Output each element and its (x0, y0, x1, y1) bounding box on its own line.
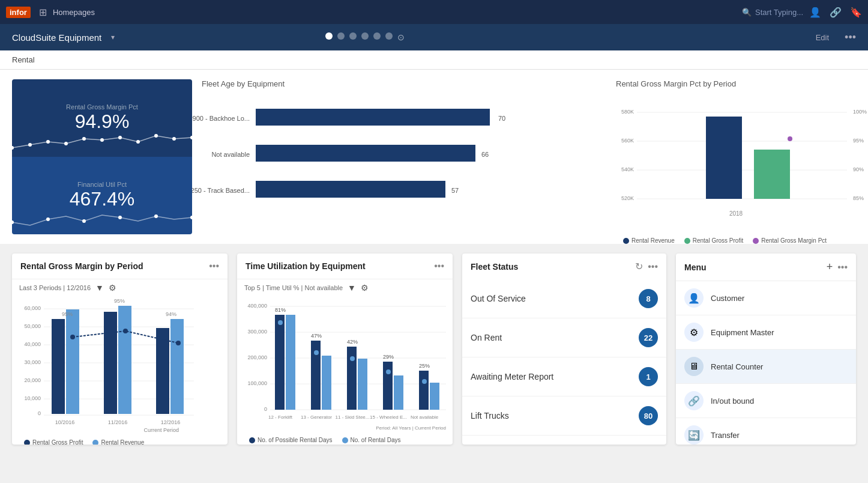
menu-item-transfer[interactable]: 🔄 Transfer (676, 418, 856, 445)
gm-subheader-text: Last 3 Periods | 12/2016 (19, 284, 91, 291)
svg-rect-90 (347, 347, 357, 410)
homepages-link[interactable]: Homepages (53, 8, 95, 17)
legend-rental-gross-profit: Rental Gross Profit (684, 237, 743, 244)
dot-4[interactable] (361, 32, 369, 40)
rental-label: Rental (12, 55, 35, 64)
app-title: CloudSuite Equipment (12, 32, 101, 43)
dot-3[interactable] (349, 32, 357, 40)
dot-2[interactable] (337, 32, 345, 40)
fleet-status-header: Fleet Status ↻ ••• (462, 254, 666, 279)
dot-1[interactable] (325, 32, 333, 40)
tu-subheader: Top 5 | Time Util % | Not available ▼ ⚙ (237, 279, 453, 296)
rental-gross-margin-title: Rental Gross Margin Pct by Period (616, 79, 856, 88)
svg-text:580K: 580K (621, 109, 634, 115)
kpi-gross-margin-label: Rental Gross Margin Pct (66, 103, 138, 111)
svg-text:57: 57 (451, 187, 459, 194)
menu-item-rental-counter-label: Rental Counter (711, 362, 763, 371)
equipment-master-icon: ⚙ (684, 323, 704, 342)
rental-gross-margin-chart: Rental Gross Margin Pct by Period 580K 5… (616, 79, 856, 234)
tu-subheader-text: Top 5 | Time Util % | Not available (244, 284, 343, 291)
svg-point-7 (136, 140, 140, 144)
svg-text:Not available: Not available (211, 151, 250, 158)
svg-text:29%: 29% (383, 354, 394, 360)
svg-rect-56 (52, 319, 65, 414)
menu-item-equipment-master[interactable]: ⚙ Equipment Master (676, 315, 856, 350)
svg-point-3 (64, 142, 68, 145)
menu-more-button[interactable]: ••• (837, 262, 848, 273)
search-icon[interactable]: 🔍 (742, 8, 752, 17)
tu-card-body: 400,000 300,000 200,000 100,000 0 81% (237, 296, 453, 445)
sub-nav-more-button[interactable]: ••• (845, 31, 856, 44)
svg-text:Period: All Years | Current Pe: Period: All Years | Current Period (376, 425, 446, 431)
fleet-item-lift-trucks-badge: 80 (639, 406, 658, 425)
svg-text:300,000: 300,000 (247, 329, 267, 335)
svg-text:66: 66 (481, 151, 489, 158)
gross-margin-sparkline (12, 127, 192, 157)
customer-icon: 👤 (684, 288, 704, 308)
time-util-svg: 400,000 300,000 200,000 100,000 0 81% (242, 299, 448, 431)
gm-card-body: 60,000 50,000 40,000 30,000 20,000 10,00… (12, 296, 228, 445)
menu-add-button[interactable]: + (827, 261, 833, 273)
gm-card-title: Rental Gross Margin by Period (20, 261, 209, 271)
fleet-status-card: Fleet Status ↻ ••• Out Of Service 8 On R… (462, 254, 666, 445)
financial-util-sparkline (12, 204, 192, 234)
grid-icon[interactable]: ⊞ (39, 7, 47, 18)
svg-rect-83 (286, 315, 295, 410)
legend-rental-gross-margin-pct: Rental Gross Margin Pct (753, 237, 827, 244)
tu-card-more-button[interactable]: ••• (434, 261, 444, 272)
svg-rect-98 (419, 371, 429, 410)
tu-filter-icon[interactable]: ▼ (348, 283, 356, 293)
fleet-item-on-rent: On Rent 22 (462, 318, 666, 357)
bookmark-icon[interactable]: 🔖 (850, 7, 862, 18)
svg-point-6 (118, 136, 122, 139)
svg-rect-94 (383, 362, 393, 410)
share-icon[interactable]: 🔗 (830, 7, 842, 18)
fleet-age-chart: Fleet Age by Equipment 900 - Backhoe Lo.… (202, 79, 606, 234)
fleet-item-awaiting-meter-badge: 1 (639, 367, 658, 386)
svg-rect-21 (256, 145, 475, 162)
kpi-financial-util: Financial Util Pct 467.4% (12, 157, 192, 234)
svg-text:13 - Generator: 13 - Generator (301, 415, 332, 420)
svg-point-14 (118, 216, 122, 219)
dot-6[interactable] (385, 32, 393, 40)
menu-item-equipment-master-label: Equipment Master (711, 328, 774, 337)
svg-text:11 - Skid Stee...: 11 - Skid Stee... (336, 415, 370, 420)
menu-header: Menu + ••• (676, 254, 856, 281)
fleet-more-button[interactable]: ••• (648, 261, 658, 272)
menu-item-inout-bound-label: In/out bound (711, 396, 754, 406)
search-area: 🔍 Start Typing... (742, 8, 803, 17)
svg-text:560K: 560K (621, 138, 634, 144)
svg-point-66 (123, 329, 128, 333)
fleet-item-lift-trucks: Lift Trucks 80 (462, 396, 666, 436)
tu-settings-icon[interactable]: ⚙ (361, 283, 369, 293)
svg-text:200,000: 200,000 (247, 354, 267, 360)
svg-rect-18 (256, 109, 490, 126)
fleet-status-title: Fleet Status (471, 262, 635, 272)
svg-text:10/2016: 10/2016 (55, 419, 75, 425)
fleet-refresh-icon[interactable]: ↻ (635, 261, 643, 272)
gm-legend: Rental Gross Profit Rental Revenue Renta… (17, 436, 223, 445)
fleet-age-svg: 900 - Backhoe Lo... 70 Not available 66 … (202, 96, 606, 234)
dot-5[interactable] (373, 32, 381, 40)
svg-text:85%: 85% (853, 195, 864, 201)
menu-item-inout-bound[interactable]: 🔗 In/out bound (676, 384, 856, 418)
title-dropdown-arrow[interactable]: ▾ (111, 33, 115, 41)
edit-button[interactable]: Edit (816, 33, 829, 42)
svg-rect-91 (358, 359, 367, 410)
svg-point-1 (28, 143, 32, 147)
svg-rect-59 (104, 312, 117, 414)
svg-text:520K: 520K (621, 195, 634, 201)
svg-point-13 (82, 219, 86, 223)
rental-gross-margin-legend: Rental Revenue Rental Gross Profit Renta… (616, 234, 856, 248)
menu-item-customer[interactable]: 👤 Customer (676, 281, 856, 315)
gm-settings-icon[interactable]: ⚙ (109, 283, 116, 293)
svg-point-101 (422, 379, 427, 384)
menu-item-rental-counter[interactable]: 🖥 Rental Counter (676, 350, 856, 384)
svg-text:12 - Forklift: 12 - Forklift (268, 415, 293, 420)
dots-arrow[interactable]: ⊙ (397, 32, 405, 42)
svg-point-4 (82, 137, 86, 141)
gm-filter-icon[interactable]: ▼ (95, 283, 104, 293)
gm-card-more-button[interactable]: ••• (209, 261, 219, 272)
user-icon[interactable]: 👤 (809, 7, 821, 18)
nav-action-icons: 👤 🔗 🔖 (809, 7, 862, 18)
